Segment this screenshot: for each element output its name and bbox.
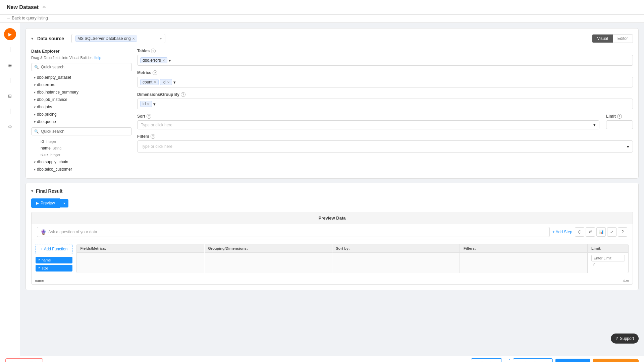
sidebar-connector-2 bbox=[10, 78, 10, 83]
step-col-sort-header: Sort by: bbox=[332, 244, 460, 253]
metrics-select[interactable]: count ✕ id ✕ bbox=[137, 77, 633, 87]
support-btn[interactable]: ? Support bbox=[611, 334, 639, 344]
sidebar-connector-3 bbox=[10, 109, 10, 114]
sort-limit-row: Sort ? Type or click here Lim bbox=[137, 114, 633, 129]
back-link[interactable]: ← Back to query listing bbox=[7, 16, 48, 20]
step-col-sort-body[interactable] bbox=[332, 253, 460, 273]
search-input-1[interactable] bbox=[41, 65, 129, 69]
filters-row: Filters ? Type or click here bbox=[137, 134, 633, 153]
bottom-bar: Cancel & Exit ▶ Preview ▾ ⊕ Join Source … bbox=[0, 356, 644, 362]
tables-tag-close[interactable]: ✕ bbox=[162, 59, 165, 62]
sidebar-icon-gear[interactable]: ⚙ bbox=[4, 121, 16, 133]
cancel-exit-btn[interactable]: Cancel & Exit bbox=[5, 358, 43, 362]
tree-item-errors[interactable]: ▾ dbo.errors bbox=[31, 81, 132, 88]
search-box-1[interactable]: 🔍 bbox=[31, 63, 132, 71]
dimensions-id-close[interactable]: ✕ bbox=[147, 102, 150, 106]
apply-model-btn[interactable]: Apply Model bbox=[555, 359, 590, 362]
metrics-row: Metrics ? count ✕ id ✕ bbox=[137, 70, 633, 87]
field-id[interactable]: id Integer bbox=[31, 138, 132, 145]
step-col-filters-body[interactable] bbox=[460, 253, 587, 273]
step-col-sort: Sort by: bbox=[332, 244, 460, 273]
limit-input[interactable]: 10000 bbox=[606, 120, 633, 129]
step-builder: + Add Function 𝑻 name 𝑻 size bbox=[32, 240, 633, 277]
field-size-item[interactable]: 𝑻 size bbox=[36, 265, 72, 272]
tool-expand-btn[interactable]: ⤢ bbox=[607, 227, 616, 237]
filters-info-icon[interactable]: ? bbox=[151, 134, 155, 139]
tree-item-empty-dataset[interactable]: ▾ dbo.empty_dataset bbox=[31, 74, 132, 81]
metrics-id-close[interactable]: ✕ bbox=[167, 80, 170, 84]
search-input-2[interactable] bbox=[41, 129, 129, 134]
dimensions-label: Dimensions/Group By bbox=[137, 92, 179, 97]
metrics-count-close[interactable]: ✕ bbox=[154, 80, 156, 84]
limit-enter-input[interactable] bbox=[591, 255, 625, 261]
edit-icon[interactable]: ✏ bbox=[43, 5, 46, 10]
preview-data-title: Preview Data bbox=[319, 216, 346, 221]
field-size[interactable]: size Integer bbox=[31, 152, 132, 158]
metrics-tag-count: count ✕ bbox=[140, 79, 159, 85]
bottom-preview-caret-btn[interactable]: ▾ bbox=[501, 359, 510, 362]
step-col-fields-body[interactable] bbox=[77, 253, 204, 273]
search-box-2[interactable]: 🔍 bbox=[31, 127, 132, 135]
metrics-info-icon[interactable]: ? bbox=[153, 70, 157, 75]
filters-select[interactable]: Type or click here bbox=[137, 140, 633, 153]
preview-dropdown-btn[interactable]: ▾ bbox=[60, 199, 68, 207]
tree-item-instance-summary[interactable]: ▾ dbo.instance_summary bbox=[31, 88, 132, 96]
step-col-filters-header: Filters: bbox=[460, 244, 587, 253]
ai-input[interactable]: 🔮 Ask a question of your data bbox=[37, 227, 550, 237]
sidebar-icon-play[interactable]: ▶ bbox=[4, 28, 16, 40]
tree-item-telco-customer[interactable]: ▾ dbo.telco_customer bbox=[31, 166, 132, 173]
view-editor-btn[interactable]: Editor bbox=[613, 35, 633, 43]
limit-info-icon[interactable]: ? bbox=[617, 114, 622, 119]
preview-main-btn[interactable]: ▶ Preview bbox=[31, 198, 60, 208]
table-tree: ▾ dbo.empty_dataset ▾ dbo.errors ▾ dbo.i… bbox=[31, 74, 132, 125]
tables-info-icon[interactable]: ? bbox=[151, 49, 156, 53]
support-label: Support bbox=[620, 336, 634, 341]
tool-refresh-btn[interactable]: ↺ bbox=[586, 227, 595, 237]
preview-data-header: Preview Data bbox=[32, 212, 633, 224]
tree-item-job-instance[interactable]: ▾ dbo.job_instance bbox=[31, 96, 132, 103]
add-step-btn[interactable]: + Add Step bbox=[552, 230, 572, 234]
create-run-caret-btn[interactable]: ▾ bbox=[630, 359, 639, 362]
view-visual-btn[interactable]: Visual bbox=[592, 35, 612, 43]
final-result-collapse-icon[interactable]: ▾ bbox=[31, 189, 33, 193]
dimensions-select[interactable]: id ✕ bbox=[137, 99, 633, 109]
limit-help-icon[interactable]: ? bbox=[593, 262, 595, 266]
help-link[interactable]: Help bbox=[94, 56, 101, 60]
dimensions-info-icon[interactable]: ? bbox=[181, 92, 185, 97]
create-run-group: Create & Run ▾ bbox=[593, 359, 639, 362]
sidebar-icon-table[interactable]: ⊞ bbox=[4, 90, 16, 102]
tool-help-btn[interactable]: ? bbox=[618, 227, 627, 237]
field-name[interactable]: name String bbox=[31, 145, 132, 152]
add-function-btn[interactable]: + Add Function bbox=[36, 244, 72, 254]
tables-select[interactable]: dbo.errors ✕ bbox=[137, 55, 633, 66]
datasource-select[interactable]: MS SQLServer Database orig ✕ bbox=[71, 34, 165, 43]
page-title: New Dataset bbox=[7, 4, 39, 10]
field-name-item[interactable]: 𝑻 name bbox=[36, 257, 72, 263]
preview-data-box: Preview Data 🔮 Ask a question of your da… bbox=[31, 212, 633, 285]
tree-item-supply-chain[interactable]: ▾ dbo.supply_chain bbox=[31, 158, 132, 166]
tree-item-jobs[interactable]: ▾ dbo.jobs bbox=[31, 103, 132, 111]
sort-select[interactable]: Type or click here bbox=[137, 120, 599, 129]
datasource-tag-text: MS SQLServer Database orig bbox=[77, 36, 131, 41]
sort-info-icon[interactable]: ? bbox=[147, 114, 151, 119]
tree-item-queue[interactable]: ▾ dbo.queue bbox=[31, 118, 132, 125]
final-result-card: ▾ Final Result ▶ Preview ▾ Preview Data bbox=[25, 183, 639, 290]
tool-chart-btn[interactable]: 📊 bbox=[596, 227, 606, 237]
limit-label: Limit bbox=[606, 114, 616, 119]
tool-share-btn[interactable]: ⬡ bbox=[575, 227, 584, 237]
tables-chevron bbox=[169, 58, 171, 63]
bottom-preview-btn[interactable]: ▶ Preview bbox=[471, 358, 501, 362]
ai-placeholder: Ask a question of your data bbox=[48, 230, 97, 234]
datasource-tag-close[interactable]: ✕ bbox=[132, 37, 135, 41]
join-source-btn[interactable]: ⊕ Join Source bbox=[513, 358, 553, 362]
sidebar-icon-eye[interactable]: ◉ bbox=[4, 59, 16, 71]
field-items: 𝑻 name 𝑻 size bbox=[36, 257, 72, 273]
create-run-btn[interactable]: Create & Run bbox=[593, 359, 630, 362]
datasource-collapse-icon[interactable]: ▾ bbox=[31, 36, 33, 41]
tree-item-pricing[interactable]: ▾ dbo.pricing bbox=[31, 111, 132, 118]
step-col-grouping-header: Grouping/Dimensions: bbox=[205, 244, 332, 253]
step-col-grouping-body[interactable] bbox=[205, 253, 332, 273]
sort-placeholder: Type or click here bbox=[141, 123, 172, 127]
final-result-header: ▾ Final Result bbox=[31, 188, 633, 194]
datasource-label: Data source bbox=[37, 36, 67, 41]
